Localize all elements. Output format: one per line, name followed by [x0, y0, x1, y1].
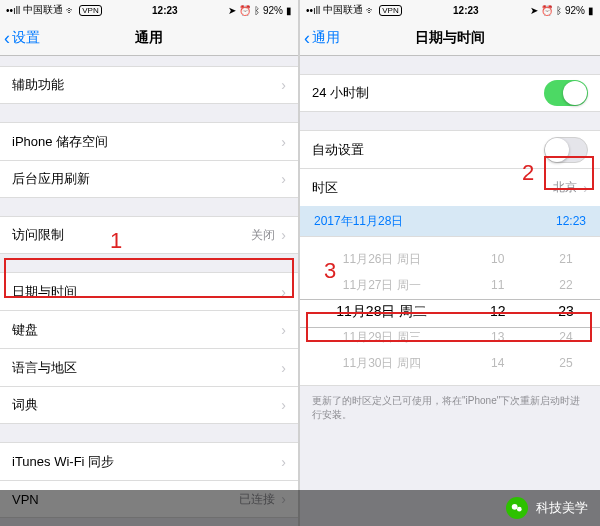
bt-icon: ᛒ — [556, 5, 562, 16]
chevron-right-icon: › — [281, 134, 286, 150]
picker-col-minute[interactable]: 21 22 23 24 25 — [532, 237, 600, 385]
row-date-time[interactable]: 日期与时间 › — [0, 272, 298, 310]
chevron-right-icon: › — [281, 454, 286, 470]
watermark-text: 科技美学 — [536, 499, 588, 517]
row-dictionary[interactable]: 词典 › — [0, 386, 298, 424]
battery-pct: 92% — [263, 5, 283, 16]
battery-icon: ▮ — [588, 5, 594, 16]
bt-icon: ᛒ — [254, 5, 260, 16]
current-time: 12:23 — [556, 214, 586, 228]
row-restrictions[interactable]: 访问限制 关闭› — [0, 216, 298, 254]
nav-bar: ‹ 设置 通用 — [0, 20, 298, 56]
row-label: 日期与时间 — [12, 283, 77, 301]
screen-date-time: ••ıll 中国联通 ᯤ VPN 12:23 ➤ ⏰ ᛒ 92% ▮ ‹ 通用 … — [300, 0, 600, 526]
nav-title: 通用 — [0, 29, 298, 47]
nav-bar: ‹ 通用 日期与时间 — [300, 20, 600, 56]
carrier: 中国联通 — [23, 3, 63, 17]
back-label: 通用 — [312, 29, 340, 47]
row-label: 词典 — [12, 396, 38, 414]
row-label: 语言与地区 — [12, 359, 77, 377]
status-time: 12:23 — [453, 5, 479, 16]
chevron-right-icon: › — [281, 227, 286, 243]
toggle-auto-set[interactable] — [544, 137, 588, 163]
nav-title: 日期与时间 — [300, 29, 600, 47]
svg-point-0 — [512, 504, 518, 510]
status-bar: ••ıll 中国联通 ᯤ VPN 12:23 ➤ ⏰ ᛒ 92% ▮ — [300, 0, 600, 20]
svg-point-1 — [517, 507, 522, 512]
location-icon: ➤ — [530, 5, 538, 16]
row-value: 关闭 — [251, 227, 275, 244]
wechat-icon — [506, 497, 528, 519]
toggle-24hour[interactable] — [544, 80, 588, 106]
back-button[interactable]: ‹ 通用 — [300, 29, 340, 47]
vpn-badge: VPN — [79, 5, 101, 16]
alarm-icon: ⏰ — [239, 5, 251, 16]
row-timezone[interactable]: 时区 北京› — [300, 168, 600, 206]
vpn-badge: VPN — [379, 5, 401, 16]
row-label: 后台应用刷新 — [12, 170, 90, 188]
watermark-bar: 科技美学 — [0, 490, 600, 526]
row-label: iPhone 储存空间 — [12, 133, 108, 151]
battery-icon: ▮ — [286, 5, 292, 16]
alarm-icon: ⏰ — [541, 5, 553, 16]
row-current-datetime[interactable]: 2017年11月28日 12:23 — [300, 206, 600, 236]
row-background-refresh[interactable]: 后台应用刷新 › — [0, 160, 298, 198]
signal-icon: ••ıll — [6, 5, 20, 16]
location-icon: ➤ — [228, 5, 236, 16]
row-language-region[interactable]: 语言与地区 › — [0, 348, 298, 386]
screen-general: ••ıll 中国联通 ᯤ VPN 12:23 ➤ ⏰ ᛒ 92% ▮ ‹ 设置 … — [0, 0, 300, 526]
row-label: 键盘 — [12, 321, 38, 339]
row-auto-set: 自动设置 — [300, 130, 600, 168]
status-time: 12:23 — [152, 5, 178, 16]
chevron-right-icon: › — [583, 180, 588, 196]
datetime-picker[interactable]: 11月26日 周日 11月27日 周一 11月28日 周二 11月29日 周三 … — [300, 236, 600, 386]
current-date: 2017年11月28日 — [314, 213, 403, 230]
status-bar: ••ıll 中国联通 ᯤ VPN 12:23 ➤ ⏰ ᛒ 92% ▮ — [0, 0, 298, 20]
chevron-right-icon: › — [281, 284, 286, 300]
row-label: 访问限制 — [12, 226, 64, 244]
chevron-left-icon: ‹ — [4, 29, 10, 47]
row-label: 时区 — [312, 179, 338, 197]
picker-col-date[interactable]: 11月26日 周日 11月27日 周一 11月28日 周二 11月29日 周三 … — [300, 237, 464, 385]
row-label: iTunes Wi-Fi 同步 — [12, 453, 114, 471]
picker-col-hour[interactable]: 10 11 12 13 14 — [464, 237, 532, 385]
chevron-right-icon: › — [281, 322, 286, 338]
wifi-icon: ᯤ — [366, 5, 376, 16]
row-storage[interactable]: iPhone 储存空间 › — [0, 122, 298, 160]
row-keyboard[interactable]: 键盘 › — [0, 310, 298, 348]
row-label: 辅助功能 — [12, 76, 64, 94]
chevron-right-icon: › — [281, 77, 286, 93]
chevron-left-icon: ‹ — [304, 29, 310, 47]
row-24hour: 24 小时制 — [300, 74, 600, 112]
wifi-icon: ᯤ — [66, 5, 76, 16]
back-label: 设置 — [12, 29, 40, 47]
carrier: 中国联通 — [323, 3, 363, 17]
row-accessibility[interactable]: 辅助功能 › — [0, 66, 298, 104]
back-button[interactable]: ‹ 设置 — [0, 29, 40, 47]
signal-icon: ••ıll — [306, 5, 320, 16]
row-itunes-wifi-sync[interactable]: iTunes Wi-Fi 同步 › — [0, 442, 298, 480]
battery-pct: 92% — [565, 5, 585, 16]
chevron-right-icon: › — [281, 171, 286, 187]
chevron-right-icon: › — [281, 397, 286, 413]
row-label: 24 小时制 — [312, 84, 369, 102]
row-value: 北京 — [553, 179, 577, 196]
chevron-right-icon: › — [281, 360, 286, 376]
timezone-update-note: 更新了的时区定义已可使用，将在"iPhone"下次重新启动时进行安装。 — [300, 386, 600, 430]
row-label: 自动设置 — [312, 141, 364, 159]
